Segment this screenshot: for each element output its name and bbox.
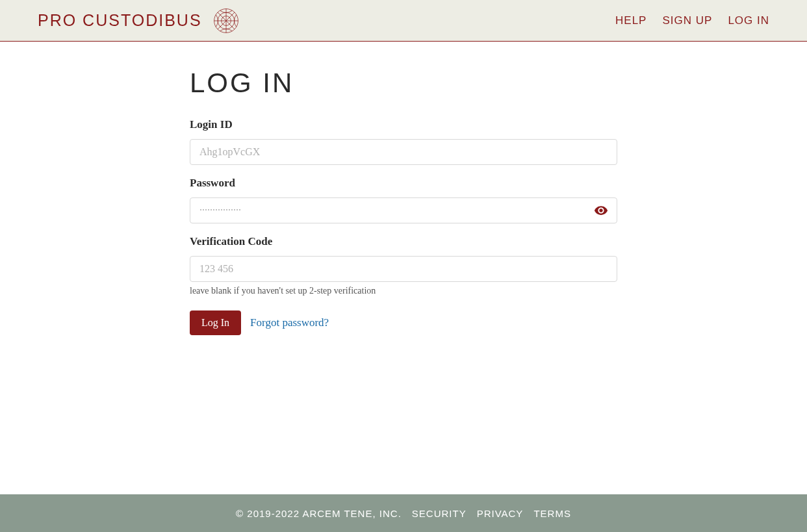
logo-text: PRO CUSTODIBUS: [38, 11, 202, 30]
login-id-label: Login ID: [190, 118, 617, 131]
password-label: Password: [190, 177, 617, 190]
forgot-password-link[interactable]: Forgot password?: [250, 316, 329, 329]
verification-input[interactable]: [190, 256, 617, 282]
page-title: LOG IN: [190, 68, 617, 99]
footer-privacy[interactable]: PRIVACY: [477, 508, 524, 519]
footer-copyright: © 2019-2022 ARCEM TENE, INC.: [236, 508, 402, 519]
show-password-icon[interactable]: [594, 203, 608, 218]
form-actions: Log In Forgot password?: [190, 310, 617, 335]
footer: © 2019-2022 ARCEM TENE, INC. SECURITY PR…: [0, 494, 807, 532]
login-form: LOG IN Login ID Password Verification Co…: [190, 68, 617, 468]
password-group: Password: [190, 177, 617, 223]
login-button[interactable]: Log In: [190, 310, 241, 335]
login-id-group: Login ID: [190, 118, 617, 165]
footer-security[interactable]: SECURITY: [412, 508, 467, 519]
logo-emblem-icon: [211, 6, 241, 36]
verification-label: Verification Code: [190, 235, 617, 248]
footer-terms[interactable]: TERMS: [533, 508, 571, 519]
login-id-input[interactable]: [190, 139, 617, 165]
nav-login[interactable]: LOG IN: [728, 14, 769, 27]
header: PRO CUSTODIBUS HELP SIGN UP LOG IN: [0, 0, 807, 42]
nav-links: HELP SIGN UP LOG IN: [615, 14, 769, 27]
verification-group: Verification Code leave blank if you hav…: [190, 235, 617, 296]
password-input[interactable]: [190, 197, 617, 223]
password-wrapper: [190, 197, 617, 223]
verification-help: leave blank if you haven't set up 2-step…: [190, 286, 617, 296]
main: LOG IN Login ID Password Verification Co…: [0, 42, 807, 494]
nav-help[interactable]: HELP: [615, 14, 647, 27]
logo-area[interactable]: PRO CUSTODIBUS: [38, 6, 241, 36]
nav-signup[interactable]: SIGN UP: [662, 14, 712, 27]
